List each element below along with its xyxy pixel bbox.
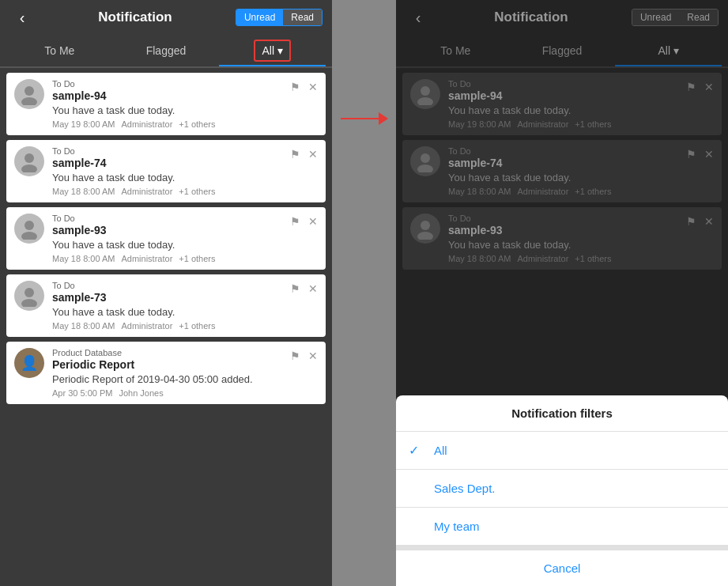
notif-body: You have a task due today.: [52, 306, 318, 318]
notif-body: You have a task due today.: [52, 172, 318, 183]
flag-button[interactable]: ⚑: [289, 146, 302, 162]
close-button[interactable]: ✕: [307, 79, 319, 95]
filter-item-myteam-label: My team: [434, 520, 480, 533]
filter-item-all-label: All: [434, 444, 447, 457]
flag-button[interactable]: ⚑: [289, 281, 302, 297]
svg-point-1: [21, 97, 37, 105]
svg-point-4: [25, 221, 34, 230]
filter-item-myteam[interactable]: ✓ My team: [396, 508, 728, 546]
left-notif-card-5[interactable]: 👤 Product Database Periodic Report Perio…: [6, 342, 326, 404]
checkmark-icon: ✓: [409, 443, 424, 458]
filter-cancel-button[interactable]: Cancel: [396, 546, 728, 586]
left-tabs-bar: To Me Flagged All ▾: [0, 35, 332, 68]
filter-modal-title: Notification filters: [396, 395, 728, 432]
close-button[interactable]: ✕: [307, 146, 319, 162]
svg-point-6: [25, 288, 34, 297]
left-read-button[interactable]: Read: [283, 9, 322, 25]
filter-item-sales-label: Sales Dept.: [434, 482, 496, 495]
flag-button[interactable]: ⚑: [289, 214, 302, 229]
avatar: [14, 146, 44, 176]
close-button[interactable]: ✕: [307, 281, 319, 297]
left-tab-flagged[interactable]: Flagged: [113, 36, 220, 65]
left-notif-card-4[interactable]: To Do sample-73 You have a task due toda…: [6, 274, 326, 337]
left-tab-to-me[interactable]: To Me: [6, 36, 113, 65]
chevron-down-icon: ▾: [277, 44, 283, 57]
notif-actions-2: ⚑ ✕: [289, 146, 319, 162]
svg-point-3: [21, 164, 37, 172]
notif-meta: May 19 8:00 AM Administrator +1 others: [52, 119, 318, 129]
left-tab-all-label: All ▾: [254, 40, 290, 62]
left-notif-content-5: Product Database Periodic Report Periodi…: [52, 348, 318, 398]
svg-point-7: [21, 299, 37, 307]
right-arrow-icon: [341, 111, 388, 127]
left-unread-button[interactable]: Unread: [236, 9, 283, 25]
notif-body: Periodic Report of 2019-04-30 05:00 adde…: [52, 373, 318, 385]
notif-actions-4: ⚑ ✕: [289, 281, 319, 297]
notif-type: Product Database: [52, 348, 318, 357]
left-notif-content-4: To Do sample-73 You have a task due toda…: [52, 281, 318, 331]
left-notif-content-2: To Do sample-74 You have a task due toda…: [52, 146, 318, 196]
notif-actions-5: ⚑ ✕: [289, 348, 319, 364]
left-notif-content-1: To Do sample-94 You have a task due toda…: [52, 79, 318, 129]
svg-point-0: [25, 86, 34, 96]
notif-title: sample-74: [52, 157, 318, 169]
notif-body: You have a task due today.: [52, 104, 318, 116]
close-button[interactable]: ✕: [307, 348, 319, 364]
left-panel: ‹ Notification Unread Read To Me Flagged…: [0, 0, 332, 586]
left-notification-list: To Do sample-94 You have a task due toda…: [0, 68, 332, 586]
filter-modal-overlay[interactable]: Notification filters ✓ All ✓ Sales Dept.…: [396, 0, 728, 586]
notif-title: sample-94: [52, 89, 318, 102]
notif-title: Periodic Report: [52, 358, 318, 371]
arrow-indicator: [332, 111, 396, 127]
avatar: [14, 281, 44, 311]
filter-item-sales[interactable]: ✓ Sales Dept.: [396, 470, 728, 508]
notif-title: sample-93: [52, 224, 318, 236]
notif-meta: May 18 8:00 AM Administrator +1 others: [52, 187, 318, 196]
left-tab-all[interactable]: All ▾: [219, 36, 326, 65]
svg-point-5: [21, 232, 37, 240]
filter-dropdown-sheet: Notification filters ✓ All ✓ Sales Dept.…: [396, 395, 728, 586]
avatar: [14, 79, 44, 109]
notif-meta: May 18 8:00 AM Administrator +1 others: [52, 321, 318, 331]
notif-actions-1: ⚑ ✕: [289, 79, 319, 95]
left-toggle-group: Unread Read: [236, 9, 323, 26]
flag-button[interactable]: ⚑: [289, 79, 302, 95]
notif-type: To Do: [52, 146, 318, 156]
avatar: 👤: [14, 348, 44, 378]
flag-button[interactable]: ⚑: [289, 348, 302, 364]
notif-type: To Do: [52, 281, 318, 290]
filter-item-all[interactable]: ✓ All: [396, 432, 728, 470]
avatar: [14, 214, 44, 244]
notif-meta: May 18 8:00 AM Administrator +1 others: [52, 254, 318, 263]
notif-actions-3: ⚑ ✕: [289, 214, 319, 229]
left-title: Notification: [35, 9, 236, 25]
left-notif-card-1[interactable]: To Do sample-94 You have a task due toda…: [6, 73, 326, 135]
notif-body: You have a task due today.: [52, 239, 318, 251]
left-notif-content-3: To Do sample-93 You have a task due toda…: [52, 214, 318, 263]
notif-meta: Apr 30 5:00 PM John Jones: [52, 388, 318, 398]
left-notif-card-2[interactable]: To Do sample-74 You have a task due toda…: [6, 140, 326, 202]
right-panel: ‹ Notification Unread Read To Me Flagged…: [396, 0, 728, 586]
left-header: ‹ Notification Unread Read: [0, 0, 332, 35]
notif-title: sample-73: [52, 291, 318, 304]
svg-point-2: [25, 153, 34, 163]
notif-type: To Do: [52, 214, 318, 223]
notif-type: To Do: [52, 79, 318, 89]
left-notif-card-3[interactable]: To Do sample-93 You have a task due toda…: [6, 207, 326, 270]
left-back-button[interactable]: ‹: [9, 6, 35, 30]
close-button[interactable]: ✕: [307, 214, 319, 229]
